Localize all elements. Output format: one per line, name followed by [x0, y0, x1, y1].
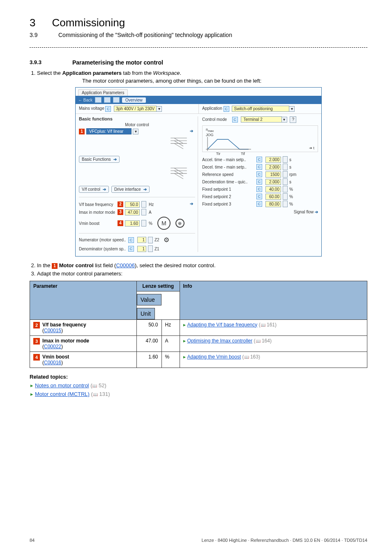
- chevron-down-icon[interactable]: ▾: [156, 106, 162, 112]
- fsp3-label: Fixed setpoint 3: [202, 202, 255, 206]
- step-2: In the 1 Motor control list field (C0000…: [37, 262, 367, 269]
- info-link[interactable]: Adapting the V/f base frequency: [187, 322, 258, 328]
- encoder-icon: ⊕: [175, 219, 184, 228]
- spinner[interactable]: [283, 178, 288, 185]
- numerator-label: Numerator (motor speed..: [79, 238, 127, 242]
- chevron-down-icon[interactable]: ▾: [133, 129, 138, 134]
- spinner[interactable]: [141, 220, 146, 227]
- spinner[interactable]: [141, 201, 146, 208]
- mains-voltage-select[interactable]: 3ph 400V / 1ph 230V: [114, 106, 157, 112]
- marker-2: 2: [118, 201, 123, 207]
- refspeed-input[interactable]: 1500: [265, 171, 281, 178]
- th-lenze: Lenze setting: [137, 281, 180, 291]
- c00006-link[interactable]: C00006: [116, 262, 135, 268]
- drive-interface-button[interactable]: Drive interface ➔: [111, 186, 149, 193]
- code-link[interactable]: C00022: [44, 344, 61, 349]
- denominator-label: Denominator (system sp..: [79, 247, 127, 251]
- signal-flow-link[interactable]: Signal flow: [294, 210, 314, 214]
- code-link[interactable]: C00016: [44, 360, 61, 365]
- marker-3: 3: [118, 209, 123, 215]
- c-badge-icon[interactable]: C: [128, 237, 134, 243]
- arrow-right-icon[interactable]: ➔: [188, 129, 195, 134]
- table-row: 2V/f base frequency(C00015)50.0HzAdaptin…: [30, 319, 367, 335]
- related-topics-title: Related topics:: [30, 374, 367, 380]
- divider: [30, 47, 367, 48]
- fsp2-label: Fixed setpoint 2: [202, 194, 255, 199]
- spinner[interactable]: [148, 237, 153, 243]
- vfbase-input[interactable]: 50.0: [125, 201, 140, 208]
- vfbase-label: V/f base frequency: [79, 202, 116, 207]
- chapter-number: 3: [30, 16, 35, 29]
- marker: 2: [33, 322, 40, 328]
- help-button[interactable]: ?: [290, 116, 296, 123]
- vmin-input[interactable]: 1.60: [125, 220, 140, 227]
- marker-4: 4: [118, 220, 123, 226]
- imax-input[interactable]: 47.00: [125, 209, 140, 215]
- motor-control-select[interactable]: VFCplus: V/f linear: [86, 128, 131, 134]
- arrow-right-icon[interactable]: ➔: [188, 201, 195, 207]
- motor-icon: M: [157, 217, 171, 230]
- nav-icon[interactable]: [104, 97, 111, 103]
- marker: 4: [33, 354, 40, 361]
- info-link[interactable]: Adapting the Vmin boost: [187, 354, 241, 360]
- motor-control-label: Motor control: [79, 123, 195, 127]
- subsection-number: 3.9.3: [30, 59, 56, 66]
- dectime-input[interactable]: 2.000: [265, 179, 281, 185]
- accel-label: Accel. time - main setp..: [202, 157, 255, 162]
- chapter-title: Commissioning: [52, 16, 125, 29]
- fsp2-input[interactable]: 60.00: [265, 194, 281, 200]
- numerator-input[interactable]: 1: [137, 237, 146, 243]
- step-1: Select the Application parameters tab fr…: [37, 70, 367, 76]
- nav-icon[interactable]: [113, 97, 120, 103]
- nav-icon[interactable]: [95, 97, 101, 103]
- th-parameter: Parameter: [30, 281, 137, 319]
- spinner[interactable]: [283, 156, 288, 163]
- control-mode-select[interactable]: Terminal 2: [241, 116, 282, 123]
- spinner[interactable]: [283, 164, 288, 170]
- basic-functions-button[interactable]: Basic Functions ➔: [79, 156, 120, 163]
- application-label: Application: [202, 106, 222, 111]
- accel-input[interactable]: 2.000: [265, 157, 281, 163]
- c-badge-icon[interactable]: C: [128, 246, 134, 252]
- vmin-label: Vmin boost: [79, 221, 116, 226]
- refspeed-label: Reference speed: [202, 172, 255, 177]
- vf-control-button[interactable]: V/f control ➔: [79, 186, 109, 193]
- spinner[interactable]: [283, 201, 288, 207]
- control-mode-label: Control mode: [202, 117, 231, 122]
- c-badge-icon[interactable]: C: [232, 117, 238, 123]
- chevron-down-icon[interactable]: ▾: [289, 106, 295, 112]
- th-unit: Unit: [137, 308, 155, 319]
- footer-meta: Lenze · 8400 HighLine · Referenzhandbuch…: [202, 538, 367, 543]
- denominator-input[interactable]: 1: [137, 246, 146, 252]
- spinner[interactable]: [141, 209, 146, 215]
- c-badge-icon[interactable]: C: [105, 106, 111, 112]
- step-1-sub: The motor control parameters, among othe…: [82, 78, 367, 84]
- spinner[interactable]: [283, 171, 288, 178]
- mains-voltage-label: Mains voltage: [79, 106, 104, 111]
- spinner[interactable]: [148, 245, 153, 252]
- info-link[interactable]: Optimising the Imax controller: [187, 338, 253, 344]
- tab-app-params[interactable]: Application Parameters: [78, 89, 128, 96]
- application-select[interactable]: Switch-off positioning: [232, 106, 289, 112]
- c-badge-icon[interactable]: C: [224, 106, 229, 112]
- th-value: Value: [137, 294, 161, 305]
- inverter-icon: [170, 137, 188, 151]
- parameter-table: Parameter Lenze setting Info Value Unit …: [30, 281, 367, 368]
- spinner[interactable]: [283, 193, 288, 200]
- back-button[interactable]: ← Back: [78, 98, 92, 102]
- topic-link[interactable]: Motor control (MCTRL): [35, 391, 90, 397]
- decel-input[interactable]: 2.000: [265, 164, 281, 170]
- code-link[interactable]: C00015: [44, 328, 61, 333]
- imax-label: Imax in motor mode: [79, 210, 116, 215]
- inverter-icon: [170, 167, 188, 181]
- fsp3-input[interactable]: 80.00: [265, 201, 281, 207]
- screenshot-panel: Application Parameters ← Back Overview M…: [75, 87, 322, 257]
- topic-link[interactable]: Notes on motor control: [35, 382, 89, 388]
- spinner[interactable]: [283, 186, 288, 192]
- overview-button[interactable]: Overview: [122, 97, 146, 103]
- fsp1-input[interactable]: 40.00: [265, 186, 281, 192]
- table-row: 3Imax in motor mode(C00022)47.00AOptimis…: [30, 335, 367, 352]
- chevron-down-icon[interactable]: ▾: [281, 117, 287, 123]
- step-3: Adapt the motor control parameters:: [37, 271, 367, 277]
- decel-label: Decel. time - main setp..: [202, 165, 255, 169]
